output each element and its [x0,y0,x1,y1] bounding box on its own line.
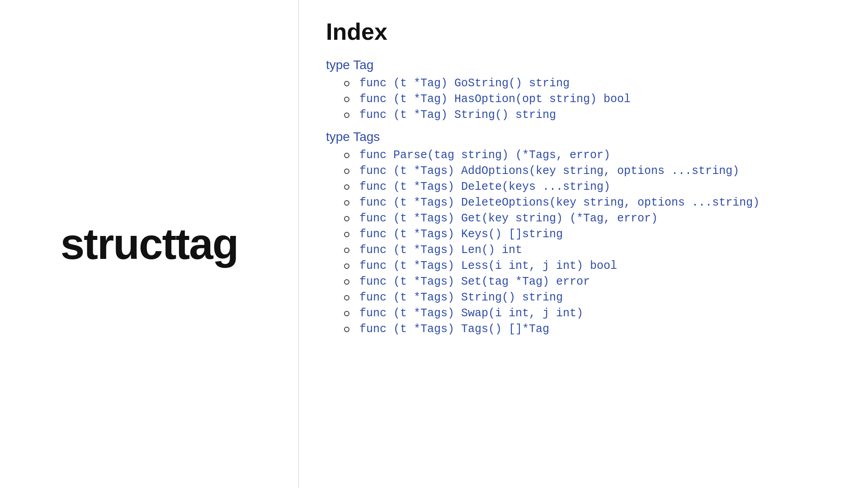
list-item: func (t *Tag) HasOption(opt string) bool [326,93,841,106]
func-link[interactable]: func (t *Tags) Get(key string) (*Tag, er… [359,212,658,225]
func-link[interactable]: func Parse(tag string) (*Tags, error) [359,149,610,162]
bullet-icon [344,153,349,158]
bullet-icon [344,113,349,118]
func-link[interactable]: func (t *Tags) Set(tag *Tag) error [359,275,590,288]
type-heading[interactable]: type Tags [326,130,841,144]
func-link[interactable]: func (t *Tags) Delete(keys ...string) [359,180,610,193]
func-link[interactable]: func (t *Tags) DeleteOptions(key string,… [359,196,760,209]
list-item: func (t *Tags) Tags() []*Tag [326,323,841,336]
bullet-icon [344,97,349,102]
func-link[interactable]: func (t *Tag) HasOption(opt string) bool [359,93,631,106]
bullet-icon [344,200,349,206]
func-link[interactable]: func (t *Tags) Less(i int, j int) bool [359,259,617,272]
list-item: func (t *Tag) GoString() string [326,77,841,90]
package-title: structtag [61,219,238,269]
list-item: func (t *Tags) Delete(keys ...string) [326,180,841,193]
list-item: func (t *Tags) Set(tag *Tag) error [326,275,841,288]
bullet-icon [344,184,349,190]
bullet-icon [344,81,349,86]
bullet-icon [344,327,349,332]
func-link[interactable]: func (t *Tags) Swap(i int, j int) [359,307,583,320]
list-item: func (t *Tag) String() string [326,108,841,122]
list-item: func (t *Tags) Get(key string) (*Tag, er… [326,212,841,225]
list-item: func (t *Tags) Less(i int, j int) bool [326,259,841,272]
list-item: func (t *Tags) Keys() []string [326,228,841,241]
bullet-icon [344,311,349,316]
func-link[interactable]: func (t *Tag) GoString() string [359,77,570,90]
func-link[interactable]: func (t *Tag) String() string [359,108,556,122]
func-list: func Parse(tag string) (*Tags, error)fun… [326,149,841,336]
bullet-icon [344,279,349,285]
func-link[interactable]: func (t *Tags) Len() int [359,244,522,257]
func-link[interactable]: func (t *Tags) Tags() []*Tag [359,323,549,336]
func-link[interactable]: func (t *Tags) AddOptions(key string, op… [359,164,739,178]
list-item: func (t *Tags) Swap(i int, j int) [326,307,841,320]
bullet-icon [344,295,349,300]
list-item: func (t *Tags) String() string [326,291,841,304]
bullet-icon [344,263,349,269]
bullet-icon [344,169,349,174]
bullet-icon [344,216,349,221]
func-link[interactable]: func (t *Tags) String() string [359,291,563,304]
list-item: func (t *Tags) AddOptions(key string, op… [326,164,841,178]
index-title: Index [326,18,841,45]
types-container: type Tagfunc (t *Tag) GoString() stringf… [326,58,841,336]
func-link[interactable]: func (t *Tags) Keys() []string [359,228,563,241]
list-item: func (t *Tags) DeleteOptions(key string,… [326,196,841,209]
list-item: func (t *Tags) Len() int [326,244,841,257]
type-heading[interactable]: type Tag [326,58,841,72]
left-panel: structtag [0,0,298,488]
list-item: func Parse(tag string) (*Tags, error) [326,149,841,162]
right-panel: Index type Tagfunc (t *Tag) GoString() s… [298,0,868,488]
bullet-icon [344,248,349,253]
func-list: func (t *Tag) GoString() stringfunc (t *… [326,77,841,122]
bullet-icon [344,232,349,237]
